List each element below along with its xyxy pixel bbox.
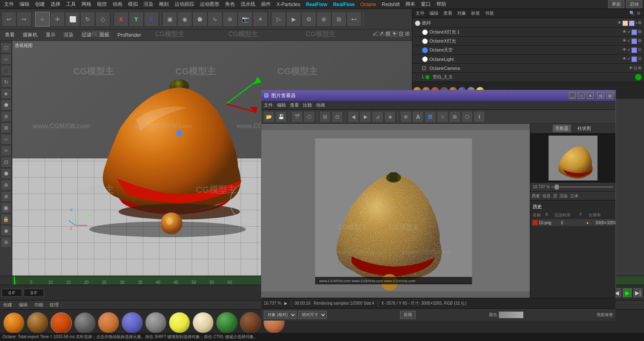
rotate-btn[interactable]: ↻ (80, 12, 95, 27)
bottom-tab-function[interactable]: 功能 (33, 301, 45, 309)
rp-tab-bookmark[interactable]: 书签 (485, 10, 494, 16)
left-btn-10[interactable]: ✂ (1, 145, 11, 156)
rp-tab-view[interactable]: 查看 (443, 10, 452, 16)
left-btn-9[interactable]: ⊹ (1, 134, 11, 145)
frame-current-input[interactable] (24, 289, 44, 297)
iv-film-btn[interactable]: 🎬 (291, 111, 303, 123)
axis-z-btn[interactable]: Z (144, 12, 159, 27)
left-btn-18[interactable]: ⊛ (1, 237, 11, 247)
left-btn-11[interactable]: ⊡ (1, 157, 11, 167)
scene-row-6[interactable]: L 空白_3_S (413, 73, 643, 82)
iv-info-btn[interactable]: ℹ (474, 111, 485, 123)
left-btn-4[interactable]: ↻ (1, 77, 11, 87)
menu-realflow2[interactable]: RealFlow (331, 1, 357, 8)
render-btn[interactable]: ▶ (286, 12, 301, 27)
iv-lut-btn[interactable]: ⊹ (437, 111, 448, 123)
step-forward-btn[interactable]: ▶| (633, 288, 642, 297)
left-btn-2[interactable]: ⊹ (1, 54, 11, 65)
rp-tab-object[interactable]: 对象 (457, 10, 466, 16)
spline-btn[interactable]: ∿ (208, 12, 222, 27)
iv-close-btn[interactable]: ✕ (587, 92, 593, 99)
menu-create[interactable]: 创建 (33, 0, 47, 9)
left-btn-3[interactable]: ⬛ (1, 65, 11, 76)
eye-icon-1[interactable]: 👁 (622, 29, 626, 35)
menu-octane[interactable]: Octane (358, 1, 378, 8)
iv-menu-compare[interactable]: 比较 (303, 102, 312, 108)
menu-character[interactable]: 角色 (223, 0, 237, 9)
iv-view-btn[interactable]: ⊞ (319, 111, 331, 123)
rp-tab-file[interactable]: 文件 (416, 10, 425, 16)
menu-mesh[interactable]: 网格 (79, 0, 94, 9)
menu-plugins[interactable]: 插件 (259, 0, 273, 9)
eye-icon-2[interactable]: 👁 (622, 38, 626, 44)
iv-3d-btn[interactable]: ⬡ (461, 111, 473, 123)
iv-zoom-fit-btn[interactable]: ⊡ (332, 111, 343, 123)
undo-btn[interactable]: ↩ (2, 12, 16, 27)
boole-btn[interactable]: ⊕ (316, 12, 331, 27)
iv-save-btn[interactable]: 💾 (275, 111, 287, 123)
iv-canvas[interactable]: www.CGMXW.com www.CGMXW.com www.CGMXW.co… (261, 124, 530, 298)
scene-row-3[interactable]: Octane天空 👁 ✓ ⚙ (413, 46, 643, 55)
scene-row-4[interactable]: OctaneLight 👁 ✓ ⚙ (413, 55, 643, 64)
eye-icon-0[interactable]: 👁 (617, 20, 622, 26)
left-btn-17[interactable]: ◉ (1, 225, 11, 236)
frame-start-input[interactable] (2, 289, 22, 297)
iv-open-btn[interactable]: 📂 (263, 111, 274, 123)
hist-tab-render[interactable]: 渲染 (560, 193, 568, 199)
tb2-camera[interactable]: 摄象机 (20, 31, 41, 39)
menu-animate[interactable]: 动画 (110, 0, 125, 9)
redo-btn[interactable]: ↪ (17, 12, 31, 27)
menu-realflow1[interactable]: RealFlow (303, 1, 330, 8)
play-btn[interactable]: ▶ (623, 288, 632, 297)
menu-select[interactable]: 选择 (48, 0, 63, 9)
hist-tab-stereo[interactable]: 立体 (570, 193, 578, 199)
iv-menu-view[interactable]: 查看 (290, 102, 299, 108)
iv-apply-btn[interactable]: 应用 (400, 311, 416, 319)
render-preview-btn[interactable]: ▷ (271, 12, 286, 27)
eye-icon-4[interactable]: 👁 (622, 56, 626, 62)
menu-file[interactable]: 文件 (2, 0, 16, 9)
left-btn-7[interactable]: ⊛ (1, 111, 11, 122)
left-btn-5[interactable]: ◈ (1, 88, 11, 99)
iv-alpha-btn[interactable]: A (412, 111, 424, 123)
iv-tab-histogram[interactable]: 柱状图 (575, 125, 593, 132)
bottom-tab-texture[interactable]: 纹理 (48, 301, 60, 309)
iv-mode1-select[interactable]: 对象 (相对) (264, 311, 297, 319)
tb2-filter[interactable]: 过滤 (78, 31, 95, 39)
iv-dock-btn[interactable]: ⊞ (606, 92, 613, 99)
tb2-panel[interactable]: 面板 (96, 31, 113, 39)
iv-color-btn[interactable]: ⊞ (449, 111, 460, 123)
array-btn[interactable]: ⊞ (332, 12, 346, 27)
menu-help[interactable]: 帮助 (434, 0, 449, 9)
iv-maximize-btn[interactable]: □ (578, 92, 584, 99)
left-btn-15[interactable]: ▣ (1, 203, 11, 213)
axis-x-btn[interactable]: X (114, 12, 128, 27)
iv-mode2-select[interactable]: 绝对尺寸 (298, 311, 327, 319)
sweep-btn[interactable]: ⊛ (223, 12, 237, 27)
scene-row-2[interactable]: OctaneX灯光 👁 ✓ ⚙ (413, 37, 643, 46)
iv-compare-btn[interactable]: ⊿ (372, 111, 383, 123)
left-btn-8[interactable]: ⊞ (1, 123, 11, 133)
menu-xparticles[interactable]: X-Particles (274, 1, 303, 8)
iv-minimize-btn[interactable]: _ (569, 92, 575, 99)
iv-menu-file[interactable]: 文件 (264, 102, 273, 108)
startup-btn[interactable]: 启动 (626, 0, 642, 8)
tb2-render[interactable]: 渲染 (60, 31, 77, 39)
menu-render[interactable]: 渲染 (141, 0, 156, 9)
iv-zoom-slider[interactable] (551, 186, 613, 188)
cylinder-btn[interactable]: ⬟ (193, 12, 207, 27)
select-btn[interactable]: ⊹ (35, 12, 50, 27)
eye-icon-3[interactable]: 👁 (622, 47, 626, 53)
menu-mocap[interactable]: 运动跟踪 (172, 0, 197, 9)
iv-tab-navigator[interactable]: 导航器 (553, 125, 571, 132)
cube-btn[interactable]: ▣ (162, 12, 177, 27)
camera-btn[interactable]: 📷 (238, 12, 252, 27)
menu-mograph[interactable]: 运动图形 (197, 0, 222, 9)
sphere-btn[interactable]: ◉ (177, 12, 192, 27)
light-btn[interactable]: ☀ (253, 12, 268, 27)
tb2-prorender[interactable]: ProRender (114, 31, 144, 39)
menu-tools[interactable]: 工具 (64, 0, 78, 9)
bottom-tab-edit[interactable]: 编辑 (17, 301, 29, 309)
eye-icon-5[interactable]: 👁 (629, 66, 633, 70)
hist-tab-info[interactable]: 信息 (542, 193, 551, 199)
